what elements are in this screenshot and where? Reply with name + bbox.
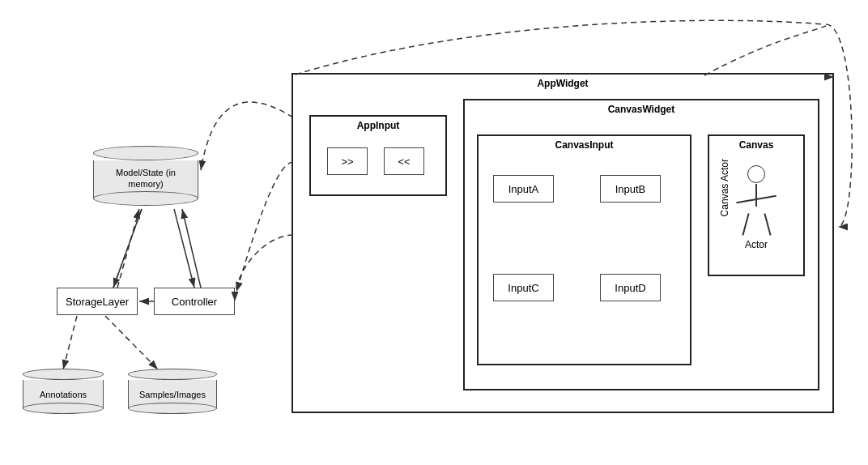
model-state-cylinder: Model/State (in memory)	[93, 146, 198, 206]
controller-box[interactable]: Controller	[154, 288, 235, 315]
arrow-storage-to-samples	[105, 316, 158, 369]
arrow-appwidget-to-model	[201, 102, 293, 170]
app-input-box: AppInput >> <<	[309, 115, 447, 196]
input-c-box[interactable]: InputC	[493, 274, 554, 301]
annotations-cylinder: Annotations	[23, 369, 104, 414]
diagram-container: AppWidget AppInput >> << CanvasWidget Ca…	[0, 0, 868, 465]
actor-label: Actor	[745, 239, 768, 250]
canvas-actor-label: Canvas Actor	[719, 159, 730, 216]
cyl-top-samples	[128, 369, 217, 380]
arrow-top-arc	[296, 20, 824, 75]
arrow-storage-to-model-dashed	[117, 209, 139, 288]
app-widget-box: AppWidget AppInput >> << CanvasWidget Ca…	[291, 73, 834, 413]
cyl-bottom-samples	[128, 403, 217, 414]
cyl-bottom-annotations	[23, 403, 104, 414]
actor-leg-left	[742, 213, 749, 235]
arrow-model-storage-dashed	[113, 209, 142, 288]
arrow-appinput-to-controller	[236, 162, 293, 292]
canvas-input-box: CanvasInput InputA InputB InputC InputD	[477, 134, 691, 365]
actor-leg-right	[764, 213, 771, 235]
cyl-bottom-model	[93, 191, 198, 206]
actor-arms-bar	[736, 195, 777, 203]
canvas-input-label: CanvasInput	[479, 139, 690, 151]
btn-forward[interactable]: >>	[327, 147, 368, 175]
actor-legs	[740, 213, 772, 236]
actor-figure: Actor	[736, 165, 777, 250]
actor-head	[747, 165, 765, 183]
arrow-model-to-storage	[113, 209, 142, 288]
arrow-model-to-controller	[174, 209, 194, 288]
arrow-controller-to-model	[182, 209, 201, 288]
btn-backward[interactable]: <<	[384, 147, 424, 175]
input-a-box[interactable]: InputA	[493, 175, 554, 203]
actor-arms	[736, 190, 777, 207]
app-input-label: AppInput	[311, 120, 445, 131]
arrow-canvas-to-topright	[704, 26, 826, 75]
cyl-top-model	[93, 146, 198, 160]
canvas-widget-label: CanvasWidget	[465, 104, 818, 115]
app-widget-label: AppWidget	[293, 78, 832, 89]
arrow-storage-to-annotations	[63, 316, 77, 369]
input-d-box[interactable]: InputD	[600, 274, 661, 301]
arrow-canvasinput-to-controller	[235, 235, 293, 301]
samples-cylinder: Samples/Images	[128, 369, 217, 414]
cyl-top-annotations	[23, 369, 104, 380]
canvas-label: Canvas	[709, 139, 803, 151]
storage-layer-box[interactable]: StorageLayer	[57, 288, 138, 315]
input-b-box[interactable]: InputB	[600, 175, 661, 203]
canvas-widget-box: CanvasWidget CanvasInput InputA InputB I…	[463, 99, 819, 390]
